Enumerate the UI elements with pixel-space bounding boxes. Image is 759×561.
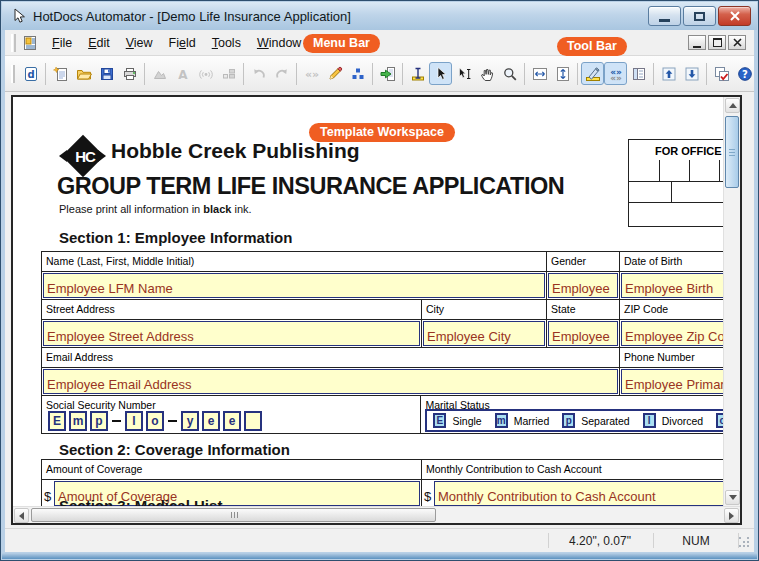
toolbar-zoom-tool-button[interactable] (498, 62, 521, 85)
toolbar-print-button[interactable] (118, 62, 141, 85)
menu-tools[interactable]: Tools (204, 31, 249, 55)
form-field[interactable]: Employee (548, 321, 618, 346)
match-fields-icon: «» (304, 66, 320, 82)
ssn-character-box[interactable]: E (48, 411, 66, 431)
toolbar-attach-button (217, 62, 240, 85)
ssn-character-box[interactable]: l (125, 411, 143, 431)
field-cell: Employee City (422, 320, 547, 347)
toolbar-separator (243, 63, 244, 85)
toolbar-hotdocs-button[interactable]: d (19, 62, 42, 85)
toolbar-field-components-button[interactable] (346, 62, 369, 85)
toolbar-new-template-button[interactable] (49, 62, 72, 85)
form-field[interactable]: Employee Zip Code (621, 321, 723, 346)
template-workspace-callout: Template Workspace (309, 123, 455, 142)
toolbar-test-assemble-button[interactable] (376, 62, 399, 85)
form-field[interactable]: Employee Birth (621, 273, 723, 298)
toolbar-highlight-fields-button[interactable] (581, 62, 604, 85)
open-icon (76, 66, 92, 82)
ssn-character-box[interactable]: m (69, 411, 87, 431)
field-label: Street Address (42, 300, 421, 315)
minimize-button[interactable] (648, 6, 681, 26)
ssn-boxes: Employee (48, 411, 265, 431)
marital-option: oW (716, 413, 723, 428)
marital-checkbox[interactable]: E (433, 413, 446, 428)
form-field[interactable]: Employee LFM Name (43, 273, 545, 298)
toolbar-help-button[interactable]: ? (733, 62, 756, 85)
form-field[interactable]: Employee City (423, 321, 545, 346)
ssn-label: Social Security Number (42, 396, 420, 411)
form-field[interactable]: Employee Street Address (43, 321, 420, 346)
menubar-grip[interactable] (11, 34, 16, 52)
pan-tool-icon (479, 66, 495, 82)
toolbar-separator (372, 63, 373, 85)
toolbar-save-button[interactable] (95, 62, 118, 85)
toolbar-select-tool-button[interactable] (429, 62, 452, 85)
ssn-character-box[interactable]: p (90, 411, 108, 431)
toolbar-select-text-tool-button[interactable] (452, 62, 475, 85)
horizontal-scroll-thumb[interactable] (31, 508, 436, 522)
vertical-scrollbar[interactable] (723, 97, 740, 506)
toolbar-field-tool-button[interactable] (406, 62, 429, 85)
marital-status-cell: Marital StatusESinglemMarriedpSeparatedl… (421, 396, 723, 433)
horizontal-scrollbar[interactable] (13, 506, 740, 523)
ssn-character-box[interactable]: y (181, 411, 199, 431)
menu-file[interactable]: File (44, 31, 80, 55)
scroll-right-button[interactable] (724, 508, 739, 523)
mdi-minimize-button[interactable] (688, 35, 706, 50)
form-field[interactable]: Employee Primary (621, 369, 723, 394)
close-icon (730, 11, 740, 21)
section3-title: Section 3: Medical Hist (59, 497, 222, 506)
scroll-down-button[interactable] (725, 490, 740, 505)
field-label: Phone Number (620, 348, 723, 363)
marital-checkbox[interactable]: o (716, 413, 723, 428)
statusbar-separator (653, 533, 654, 548)
template-document-icon[interactable] (22, 35, 38, 51)
scroll-left-button[interactable] (14, 508, 29, 523)
toolbar-field-list-button[interactable] (627, 62, 650, 85)
menu-view[interactable]: View (118, 31, 161, 55)
mdi-close-button[interactable] (728, 35, 746, 50)
toolbar-grip[interactable] (11, 65, 15, 83)
toolbar-validate-button[interactable] (710, 62, 733, 85)
close-button[interactable] (718, 6, 751, 26)
form-field[interactable]: Employee Email Address (43, 369, 618, 394)
instruction-post: ink. (231, 203, 251, 215)
marital-checkbox[interactable]: l (643, 413, 656, 428)
resize-grip[interactable] (739, 537, 751, 549)
toolbar-fit-height-button[interactable] (551, 62, 574, 85)
toolbar-previous-field-button[interactable] (657, 62, 680, 85)
maximize-button[interactable] (683, 6, 716, 26)
insert-image-icon (152, 66, 168, 82)
marital-option: pSeparated (562, 413, 629, 428)
form-field[interactable]: Monthly Contribution to Cash Account (434, 481, 723, 506)
toolbar-sound-button (194, 62, 217, 85)
menu-field[interactable]: Field (161, 31, 204, 55)
down-arrow-icon (729, 495, 737, 500)
for-office-use-box: FOR OFFICE USE (628, 139, 723, 227)
menu-window[interactable]: Window (249, 31, 309, 55)
title-bar[interactable]: HotDocs Automator - [Demo Life Insurance… (2, 2, 757, 30)
ssn-character-box[interactable] (244, 411, 262, 431)
toolbar-separator (144, 63, 145, 85)
field-label: State (547, 300, 619, 315)
toolbar-show-field-codes-button[interactable]: «»«» (604, 62, 627, 85)
scroll-up-button[interactable] (725, 98, 740, 113)
hotdocs-automator-icon[interactable] (11, 8, 27, 24)
toolbar-edit-field-button[interactable] (323, 62, 346, 85)
vertical-scroll-thumb[interactable] (725, 116, 739, 188)
toolbar-match-fields-button: «» (300, 62, 323, 85)
ssn-character-box[interactable]: o (146, 411, 164, 431)
ssn-character-box[interactable]: e (223, 411, 241, 431)
marital-checkbox[interactable]: m (495, 413, 508, 428)
toolbar-next-field-button[interactable] (680, 62, 703, 85)
toolbar-separator (296, 63, 297, 85)
menu-edit[interactable]: Edit (80, 31, 118, 55)
toolbar-fit-width-button[interactable] (528, 62, 551, 85)
toolbar-pan-tool-button[interactable] (475, 62, 498, 85)
marital-checkbox[interactable]: p (562, 413, 575, 428)
ssn-character-box[interactable]: e (202, 411, 220, 431)
toolbar-open-button[interactable] (72, 62, 95, 85)
field-label: City (422, 300, 546, 315)
mdi-restore-button[interactable] (708, 35, 726, 50)
form-field[interactable]: Employee (548, 273, 618, 298)
